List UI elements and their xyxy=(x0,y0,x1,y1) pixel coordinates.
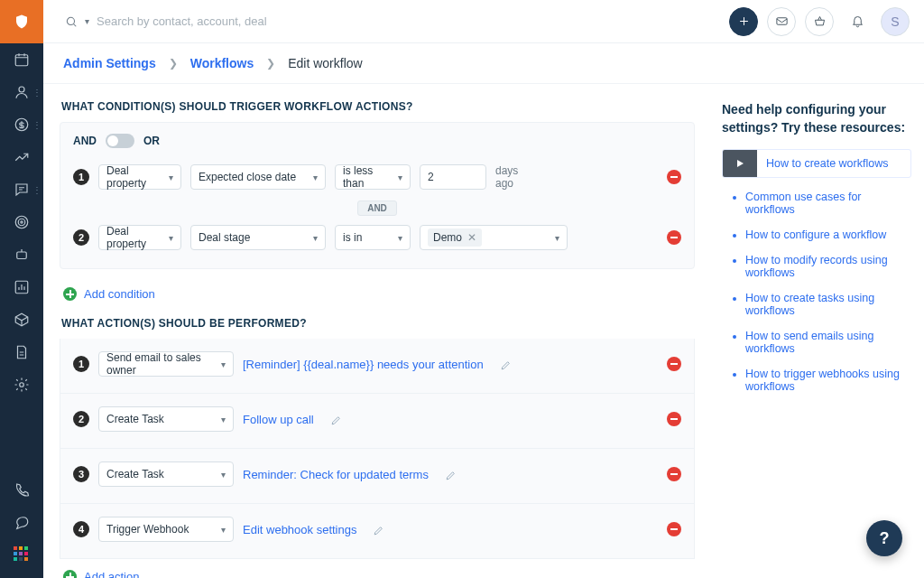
svg-point-1 xyxy=(19,87,24,92)
phone-icon xyxy=(14,481,30,498)
remove-condition-button[interactable] xyxy=(667,230,681,245)
crumb-admin-settings[interactable]: Admin Settings xyxy=(63,56,156,70)
help-heading: Need help configuring your settings? Try… xyxy=(722,100,911,136)
value-input[interactable]: 2 xyxy=(420,164,486,190)
plus-icon xyxy=(737,14,751,28)
target-icon xyxy=(14,214,30,230)
logic-and-label: AND xyxy=(73,135,97,147)
search-input[interactable] xyxy=(97,14,331,28)
chevron-down-icon: ▾ xyxy=(85,16,89,26)
action-row: 2 Create Task▾ Follow up call xyxy=(60,394,695,449)
basket-button[interactable] xyxy=(805,7,834,36)
value-multiselect[interactable]: Demo✕ ▾ xyxy=(420,225,568,250)
bars-icon xyxy=(14,279,30,295)
remove-action-button[interactable] xyxy=(667,412,681,426)
edit-action-button[interactable] xyxy=(500,359,512,370)
box-icon xyxy=(14,312,30,328)
field-select[interactable]: Deal property▾ xyxy=(98,225,181,250)
apps-grid-icon xyxy=(14,546,30,563)
brand-shield-icon xyxy=(14,14,30,30)
notifications-button[interactable] xyxy=(843,7,872,36)
search-icon xyxy=(65,15,78,28)
condition-row: 1 Deal property▾ Expected close date▾ is… xyxy=(73,161,681,197)
user-avatar[interactable]: S xyxy=(881,7,910,36)
nav-analytics[interactable] xyxy=(0,271,43,303)
edit-action-button[interactable] xyxy=(373,524,384,536)
condition-row: 2 Deal property▾ Deal stage▾ is in▾ Demo… xyxy=(73,221,681,257)
operator-select[interactable]: is in▾ xyxy=(335,225,411,250)
property-select[interactable]: Expected close date▾ xyxy=(190,164,326,190)
nav-bots[interactable] xyxy=(0,238,43,271)
nav-calendar[interactable] xyxy=(0,43,43,76)
action-detail-link[interactable]: [Reminder] {{deal.name}} needs your atte… xyxy=(243,358,484,371)
help-video-link[interactable]: How to create workflows xyxy=(722,149,911,178)
action-detail-link[interactable]: Reminder: Check for updated terms xyxy=(243,468,429,481)
global-search[interactable]: ▾ xyxy=(65,14,331,28)
remove-condition-button[interactable] xyxy=(667,170,681,184)
chat-icon xyxy=(14,182,30,198)
nav-goals[interactable] xyxy=(0,206,43,238)
remove-action-button[interactable] xyxy=(667,522,681,536)
add-new-button[interactable] xyxy=(729,7,758,36)
chevron-down-icon: ▾ xyxy=(398,233,402,243)
help-link[interactable]: How to configure a workflow xyxy=(745,228,886,241)
doc-icon xyxy=(14,344,30,360)
help-link[interactable]: How to send emails using workflows xyxy=(745,330,873,355)
help-link[interactable]: How to create tasks using workflows xyxy=(745,292,874,317)
logic-toggle[interactable] xyxy=(106,134,134,148)
field-select[interactable]: Deal property▾ xyxy=(98,164,181,190)
value-suffix: days ago xyxy=(495,164,528,190)
action-type-select[interactable]: Create Task▾ xyxy=(98,461,234,487)
bot-icon xyxy=(14,247,30,263)
nav-deals[interactable]: ⋮ xyxy=(0,108,43,141)
crumb-workflows[interactable]: Workflows xyxy=(190,56,254,70)
nav-contacts[interactable]: ⋮ xyxy=(0,76,43,108)
action-type-select[interactable]: Trigger Webhook▾ xyxy=(98,517,234,542)
topbar: ▾ S xyxy=(43,0,924,43)
chevron-right-icon: ❯ xyxy=(169,57,178,70)
help-link[interactable]: How to modify records using workflows xyxy=(745,254,888,279)
action-detail-link[interactable]: Edit webhook settings xyxy=(243,523,356,536)
remove-action-button[interactable] xyxy=(667,357,681,371)
svg-point-3 xyxy=(15,216,28,228)
basket-icon xyxy=(813,14,827,28)
nav-products[interactable] xyxy=(0,303,43,336)
action-detail-link[interactable]: Follow up call xyxy=(243,413,314,426)
user-icon xyxy=(14,84,30,100)
pencil-icon xyxy=(445,470,457,481)
nav-apps[interactable] xyxy=(0,538,43,571)
svg-rect-6 xyxy=(17,252,27,259)
nav-reports[interactable] xyxy=(0,141,43,173)
svg-point-5 xyxy=(21,221,23,223)
nav-settings[interactable] xyxy=(0,368,43,401)
nav-phone[interactable] xyxy=(0,473,43,506)
add-action-button[interactable]: Add action xyxy=(60,559,695,578)
operator-select[interactable]: is less than▾ xyxy=(335,164,411,190)
remove-chip-icon[interactable]: ✕ xyxy=(467,231,476,244)
value-chip: Demo✕ xyxy=(428,228,482,247)
nav-files[interactable] xyxy=(0,336,43,368)
chevron-down-icon: ▾ xyxy=(398,172,402,182)
bell-icon xyxy=(851,14,864,28)
pencil-icon xyxy=(373,525,384,536)
help-fab[interactable]: ? xyxy=(866,520,902,556)
help-link[interactable]: Common use cases for workflows xyxy=(745,191,862,216)
property-select[interactable]: Deal stage▾ xyxy=(190,225,326,250)
chevron-down-icon: ▾ xyxy=(221,470,226,480)
crumb-current: Edit workflow xyxy=(288,56,362,70)
help-panel: Need help configuring your settings? Try… xyxy=(713,84,924,578)
mail-icon xyxy=(775,14,789,28)
edit-action-button[interactable] xyxy=(445,469,457,480)
action-type-select[interactable]: Send email to sales owner▾ xyxy=(98,351,234,377)
action-row: 3 Create Task▾ Reminder: Check for updat… xyxy=(60,449,695,504)
action-type-select[interactable]: Create Task▾ xyxy=(98,406,234,432)
chevron-down-icon: ▾ xyxy=(221,525,226,535)
nav-conversations[interactable]: ⋮ xyxy=(0,173,43,206)
edit-action-button[interactable] xyxy=(330,414,342,425)
help-link[interactable]: How to trigger webhooks using workflows xyxy=(745,368,900,393)
add-condition-button[interactable]: Add condition xyxy=(60,276,695,317)
email-button[interactable] xyxy=(767,7,796,36)
nav-messages[interactable] xyxy=(0,506,43,538)
remove-action-button[interactable] xyxy=(667,467,681,481)
chevron-down-icon: ▾ xyxy=(221,415,226,424)
